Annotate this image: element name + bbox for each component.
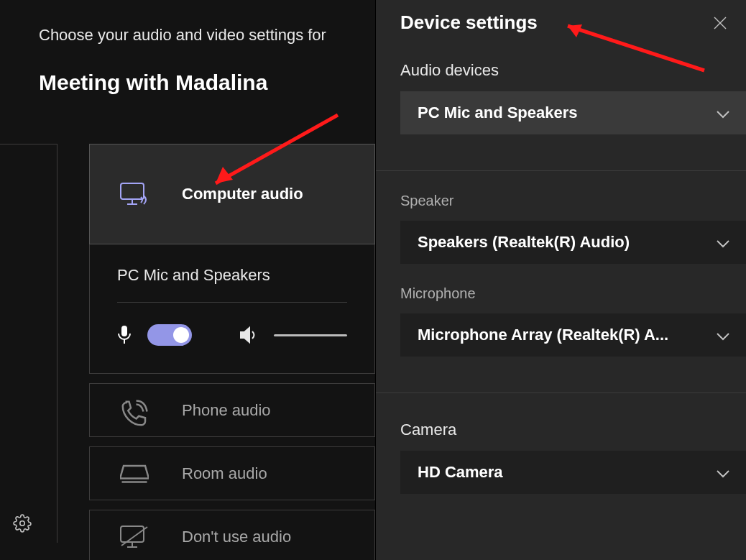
chevron-down-icon: [716, 331, 730, 339]
divider: [376, 170, 746, 171]
dropdown-value: Speakers (Realtek(R) Audio): [418, 233, 630, 252]
audio-devices-label: Audio devices: [400, 61, 746, 80]
chevron-down-icon: [716, 468, 730, 477]
divider: [376, 393, 746, 393]
chevron-down-icon: [716, 109, 730, 117]
dropdown-value: HD Camera: [418, 463, 503, 482]
option-label: Phone audio: [182, 401, 271, 420]
left-rail: [0, 144, 57, 543]
camera-dropdown[interactable]: HD Camera: [400, 451, 746, 494]
gear-icon[interactable]: [13, 514, 32, 533]
room-icon: [120, 462, 149, 485]
dropdown-value: PC Mic and Speakers: [418, 104, 578, 122]
svg-rect-7: [121, 526, 144, 542]
svg-rect-1: [121, 183, 144, 199]
speaker-dropdown[interactable]: Speakers (Realtek(R) Audio): [400, 221, 746, 264]
svg-point-0: [20, 521, 25, 526]
dropdown-value: Microphone Array (Realtek(R) A...: [418, 326, 668, 344]
volume-slider[interactable]: [274, 334, 347, 336]
device-selected-label: PC Mic and Speakers: [117, 266, 347, 285]
option-label: Don't use audio: [182, 528, 291, 546]
meeting-title: Meeting with Madalina: [39, 70, 375, 95]
chevron-down-icon: [716, 238, 730, 247]
close-icon[interactable]: [712, 14, 729, 32]
svg-rect-4: [121, 326, 127, 336]
microphone-label: Microphone: [400, 285, 746, 302]
device-settings-panel: Device settings Audio devices PC Mic and…: [375, 0, 746, 560]
speaker-icon: [239, 326, 258, 344]
microphone-dropdown[interactable]: Microphone Array (Realtek(R) A...: [400, 313, 746, 357]
no-audio-icon: [120, 525, 149, 548]
option-phone-audio[interactable]: Phone audio: [89, 383, 375, 437]
mic-toggle[interactable]: [147, 324, 192, 346]
audio-devices-dropdown[interactable]: PC Mic and Speakers: [400, 91, 746, 134]
option-label: Computer audio: [182, 185, 303, 203]
option-computer-audio[interactable]: Computer audio: [89, 144, 375, 244]
computer-audio-icon: [120, 183, 149, 206]
choose-label: Choose your audio and video settings for: [39, 26, 375, 45]
phone-icon: [120, 399, 149, 422]
camera-label: Camera: [400, 421, 746, 439]
option-room-audio[interactable]: Room audio: [89, 446, 375, 500]
divider: [117, 302, 347, 303]
option-label: Room audio: [182, 464, 267, 483]
option-dont-use-audio[interactable]: Don't use audio: [89, 510, 375, 560]
microphone-icon: [117, 326, 132, 344]
computer-audio-subpanel: PC Mic and Speakers: [89, 244, 375, 374]
panel-title: Device settings: [400, 12, 538, 34]
speaker-label: Speaker: [400, 193, 746, 209]
